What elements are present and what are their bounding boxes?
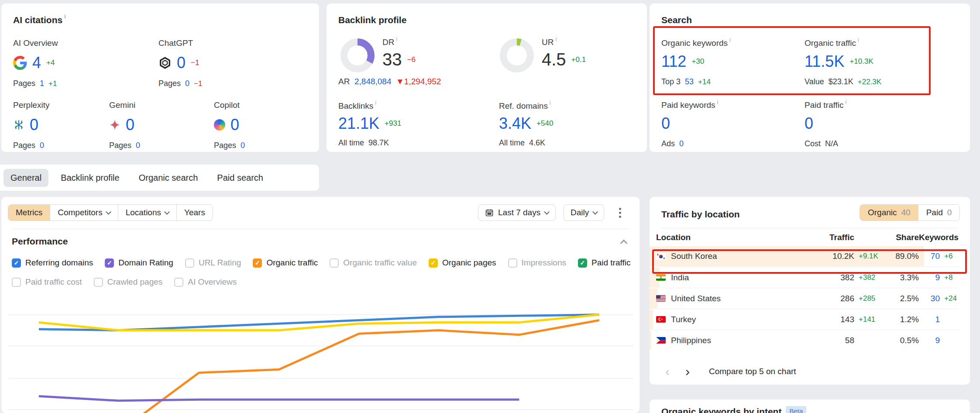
metric-checkbox-crawled-pages[interactable]: Crawled pages xyxy=(94,277,163,287)
metric-checkbox-ai-overviews[interactable]: AI Overviews xyxy=(174,277,237,287)
metric-checkbox-label: Crawled pages xyxy=(107,277,163,287)
toggle-paid[interactable]: Paid0 xyxy=(918,205,960,220)
search-title: Search xyxy=(661,15,692,25)
metric-checkbox-referring-domains[interactable]: ✓Referring domains xyxy=(12,258,93,268)
location-row-turkey[interactable]: Turkey143+1411.2%1 xyxy=(650,309,958,330)
segment-metrics[interactable]: Metrics xyxy=(8,205,50,220)
ai-citations-title: AI citationsi xyxy=(13,15,66,25)
checked-checkbox-icon[interactable]: ✓ xyxy=(12,258,21,268)
tab-organic-search[interactable]: Organic search xyxy=(132,169,205,187)
keywords-value[interactable]: 30 xyxy=(919,294,940,303)
divider xyxy=(12,229,629,229)
gemini-value[interactable]: 0 xyxy=(126,116,134,134)
date-range-button[interactable]: Last 7 days xyxy=(478,204,556,221)
tab-backlink-profile[interactable]: Backlink profile xyxy=(54,169,127,187)
chatgpt-value[interactable]: 0 xyxy=(177,54,186,72)
flag-icon-in xyxy=(656,274,666,281)
perplexity-value[interactable]: 0 xyxy=(30,116,38,134)
checked-checkbox-icon[interactable]: ✓ xyxy=(105,258,114,268)
traffic-value: 10.2K xyxy=(811,251,854,261)
keywords-value[interactable]: 9 xyxy=(919,273,940,282)
chevron-down-icon xyxy=(592,209,598,215)
ai-item-ai-overview: AI Overview 4 +4 Pages 1 +1 xyxy=(13,38,58,88)
location-row-india[interactable]: India382+3823.3%9+8 xyxy=(650,267,958,288)
traffic-value: 286 xyxy=(811,294,854,303)
metric-checkbox-organic-traffic-value[interactable]: Organic traffic value xyxy=(330,258,417,268)
gemini-icon xyxy=(109,119,120,131)
keywords-value[interactable]: 9 xyxy=(919,336,940,345)
segment-competitors[interactable]: Competitors xyxy=(50,205,118,220)
ref-domains-value[interactable]: 3.4K xyxy=(499,114,531,133)
column-keywords[interactable]: Keywords xyxy=(919,233,958,242)
ai-overview-value[interactable]: 4 xyxy=(32,54,41,72)
granularity-button[interactable]: Daily xyxy=(564,204,604,221)
keywords-delta: +8 xyxy=(940,273,958,282)
tab-paid-search[interactable]: Paid search xyxy=(210,169,270,187)
unchecked-checkbox-icon[interactable] xyxy=(174,278,183,287)
metric-checkbox-impressions[interactable]: Impressions xyxy=(508,258,566,268)
info-icon: i xyxy=(64,13,66,20)
tab-general[interactable]: General xyxy=(3,169,48,187)
perplexity-icon xyxy=(13,119,24,131)
location-row-south-korea[interactable]: South Korea10.2K+9.1K89.0%70+6 xyxy=(650,246,958,267)
location-row-philippines[interactable]: Philippines580.5%9 xyxy=(650,330,958,351)
metric-checkbox-domain-rating[interactable]: ✓Domain Rating xyxy=(105,258,173,268)
info-icon: i xyxy=(555,36,557,42)
traffic-by-location-title: Traffic by location xyxy=(661,209,740,220)
backlink-profile-card: Backlink profile DRi 33 −6 URi 4.5 +0.1 … xyxy=(327,3,647,152)
location-name: United States xyxy=(671,294,721,303)
share-value: 2.5% xyxy=(880,294,919,303)
unchecked-checkbox-icon[interactable] xyxy=(94,278,103,287)
segment-locations[interactable]: Locations xyxy=(118,205,177,220)
metric-checkbox-label: Organic traffic value xyxy=(343,258,417,268)
unchecked-checkbox-icon[interactable] xyxy=(185,258,194,268)
ai-item-perplexity: Perplexity 0 Pages 0 xyxy=(13,100,49,150)
column-location[interactable]: Location xyxy=(650,233,811,242)
metric-checkbox-label: AI Overviews xyxy=(188,277,237,287)
info-icon: i xyxy=(858,37,859,43)
keywords-delta: +24 xyxy=(940,294,958,303)
collapse-chevron-icon[interactable] xyxy=(620,240,628,247)
keywords-delta: +6 xyxy=(940,252,958,261)
info-icon: i xyxy=(375,100,376,106)
share-value: 1.2% xyxy=(880,315,919,324)
toggle-organic[interactable]: Organic40 xyxy=(860,205,918,220)
ur-label: URi xyxy=(542,38,586,47)
ar-value[interactable]: 2,848,084 xyxy=(354,77,392,86)
unchecked-checkbox-icon[interactable] xyxy=(330,258,339,268)
checked-checkbox-icon[interactable]: ✓ xyxy=(578,258,587,268)
metric-checkbox-paid-traffic[interactable]: ✓Paid traffic xyxy=(578,258,630,268)
metric-checkbox-label: Organic traffic xyxy=(266,258,318,268)
organic-keywords-value[interactable]: 112 xyxy=(661,52,686,71)
keywords-value[interactable]: 1 xyxy=(919,315,940,324)
metric-checkbox-url-rating[interactable]: URL Rating xyxy=(185,258,241,268)
more-options-button[interactable] xyxy=(614,204,626,221)
unchecked-checkbox-icon[interactable] xyxy=(508,258,517,268)
chevron-down-icon xyxy=(544,209,550,215)
keywords-value[interactable]: 70 xyxy=(919,251,940,261)
prev-page-chevron-icon[interactable]: ‹ xyxy=(665,365,670,378)
location-row-united-states[interactable]: United States286+2852.5%30+24 xyxy=(650,288,958,309)
search-card: Search Organic keywordsi 112 +30 Top 3 5… xyxy=(650,3,970,152)
metric-checkbox-paid-traffic-cost[interactable]: Paid traffic cost xyxy=(12,277,82,287)
checked-checkbox-icon[interactable]: ✓ xyxy=(429,258,438,268)
compare-top5-link[interactable]: Compare top 5 on chart xyxy=(709,367,796,376)
backlinks-value[interactable]: 21.1K xyxy=(338,114,379,133)
performance-line-chart[interactable] xyxy=(1,300,640,413)
segment-years[interactable]: Years xyxy=(177,205,213,220)
column-traffic[interactable]: Traffic xyxy=(811,233,854,242)
overview-chart-card: Metrics Competitors Locations Years Last… xyxy=(1,197,640,413)
unchecked-checkbox-icon[interactable] xyxy=(12,278,21,287)
info-icon: i xyxy=(396,36,397,42)
chart-mode-segmented-control: Metrics Competitors Locations Years xyxy=(8,204,213,221)
organic-traffic-value[interactable]: 11.5K xyxy=(805,52,844,71)
next-page-chevron-icon[interactable]: › xyxy=(685,365,690,378)
ai-item-gemini: Gemini 0 Pages 0 xyxy=(109,100,140,150)
copilot-value[interactable]: 0 xyxy=(230,116,239,134)
flag-icon-tr xyxy=(656,316,666,323)
metric-checkbox-organic-pages[interactable]: ✓Organic pages xyxy=(429,258,496,268)
column-share[interactable]: Share xyxy=(880,233,919,242)
paid-keywords-label: Paid keywordsi xyxy=(661,100,718,110)
checked-checkbox-icon[interactable]: ✓ xyxy=(253,258,262,268)
metric-checkbox-organic-traffic[interactable]: ✓Organic traffic xyxy=(253,258,318,268)
